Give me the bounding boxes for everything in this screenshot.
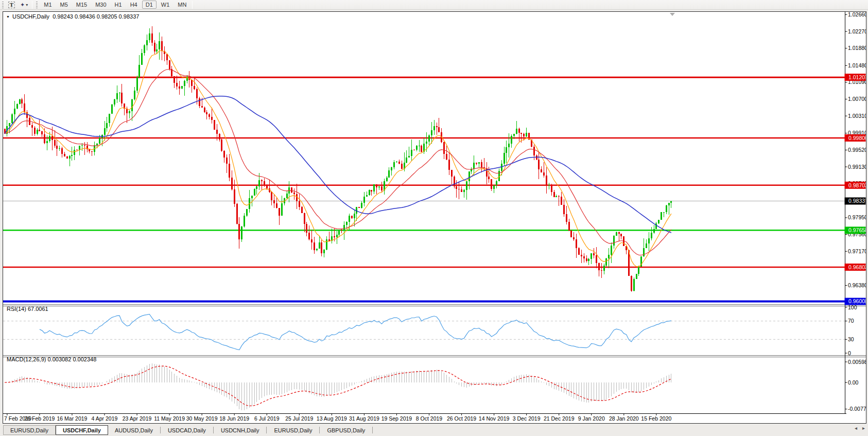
price-tag-0.96803: 0.96803 [845,264,866,271]
date-tick-label: 26 Oct 2019 [447,415,476,422]
window-menu-icon[interactable]: ▼ [6,15,10,19]
svg-text:0.97658: 0.97658 [848,227,866,233]
date-tick-label: 19 Sep 2019 [381,415,412,422]
toolbar-separator [192,1,193,9]
svg-text:30: 30 [848,336,854,342]
date-tick-label: 3 Dec 2019 [513,415,541,422]
svg-text:0.99520: 0.99520 [848,147,866,153]
tab-separator [319,427,320,433]
svg-text:1.00700: 1.00700 [848,96,866,102]
objects-icon: ✦ [20,2,25,8]
date-tick-label: 26 Feb 2019 [24,415,55,422]
timeframe-button-M5[interactable]: M5 [57,1,72,9]
chart-title: ▼ USDCHF,Daily 0.98243 0.98436 0.98205 0… [6,13,139,20]
text-tool-icon: T [8,2,15,8]
chart-title-text: USDCHF,Daily 0.98243 0.98436 0.98205 0.9… [12,13,139,20]
text-tool-button[interactable]: T [6,1,18,9]
date-tick-label: 16 Mar 2019 [57,415,87,422]
rsi-panel [3,314,845,350]
timeframe-button-H4[interactable]: H4 [127,1,141,9]
chart-canvas[interactable]: 1.026601.022701.018801.014801.010901.007… [3,12,866,423]
date-tick-label: 30 May 2019 [186,415,218,422]
mt4-terminal: T ✦ ▾ M1M5M15M30H1H4D1W1MN 1.026601.0227… [0,0,868,436]
date-tick-label: 21 Dec 2019 [544,415,575,422]
svg-text:1.00310: 1.00310 [848,113,866,119]
timeframe-button-M30[interactable]: M30 [92,1,110,9]
rsi-indicator-label: RSI(14) 67.0061 [7,306,48,312]
timeframe-button-D1[interactable]: D1 [142,1,157,9]
date-tick-label: 18 Jun 2019 [219,415,249,422]
timeframe-button-M15[interactable]: M15 [73,1,91,9]
price-tag-1.01207: 1.01207 [845,74,866,81]
price-tag-0.97658: 0.97658 [845,226,866,234]
svg-text:-0.007737: -0.007737 [848,406,866,412]
tab-scroll-right-icon[interactable]: ▸ [862,425,865,431]
toolbar-separator [32,1,32,9]
panel-borders [3,12,866,413]
timeframe-button-MN[interactable]: MN [174,1,190,9]
date-tick-label: 15 Feb 2020 [641,415,671,422]
date-tick-label: 4 Apr 2019 [92,415,118,422]
svg-text:1.02270: 1.02270 [848,28,866,34]
tab-separator [372,427,373,433]
date-tick-label: 8 Oct 2019 [416,415,443,422]
price-tag-0.98703: 0.98703 [845,182,866,189]
svg-text:0.99130: 0.99130 [848,164,866,170]
svg-text:0.96008: 0.96008 [848,298,866,304]
chart-tab-eurusd-daily[interactable]: EURUSD,Daily [3,425,56,435]
timeframe-button-H1[interactable]: H1 [111,1,126,9]
rsi-line [40,314,671,350]
date-tick-label: 11 May 2019 [154,415,185,422]
toolbar-drag-handle[interactable] [36,2,38,8]
chart-tab-bar: EURUSD,DailyUSDCHF,DailyAUDUSD,DailyUSDC… [0,424,868,436]
timeframe-button-M1[interactable]: M1 [40,1,55,9]
chart-window[interactable]: 1.026601.022701.018801.014801.010901.007… [3,11,866,424]
macd-histogram [5,363,671,410]
tab-separator [213,427,214,433]
candlestick-series [4,26,672,292]
date-tick-label: 23 Apr 2019 [123,415,152,422]
tab-scroll-buttons: ◂ ▸ [855,425,865,431]
price-tag-0.99800: 0.99800 [845,134,866,142]
svg-text:1.01207: 1.01207 [848,74,866,80]
chart-tab-usdcnh-daily[interactable]: USDCNH,Daily [214,425,266,435]
svg-text:0.98703: 0.98703 [848,182,866,188]
chart-tab-audusd-daily[interactable]: AUDUSD,Daily [108,425,160,435]
macd-indicator-label: MACD(12,26,9) 0.003082 0.002348 [7,356,96,362]
chart-tab-eurusd-daily[interactable]: EURUSD,Daily [267,425,319,435]
toolbar-drag-handle[interactable] [2,2,4,8]
svg-text:0.97950: 0.97950 [848,214,866,220]
svg-text:1.01880: 1.01880 [848,45,866,51]
svg-text:0.96380: 0.96380 [848,282,866,288]
date-tick-label: 31 Aug 2019 [349,415,379,422]
date-tick-label: 6 Jul 2019 [254,415,280,422]
svg-text:0.00: 0.00 [848,379,859,386]
date-tick-label: 13 Aug 2019 [317,415,347,422]
date-tick-label: 9 Jan 2020 [578,415,605,422]
macd-axis: 0.0059860.00-0.007737 [845,359,866,412]
svg-text:1.01480: 1.01480 [848,62,866,68]
date-tick-label: 14 Nov 2019 [479,415,510,422]
svg-text:0.96803: 0.96803 [848,264,866,270]
svg-text:0: 0 [848,350,851,356]
date-tick-label: 28 Jan 2020 [609,415,639,422]
toolbar: T ✦ ▾ M1M5M15M30H1H4D1W1MN [0,0,868,10]
svg-text:0.005986: 0.005986 [848,359,866,365]
chevron-down-icon: ▾ [26,3,28,7]
svg-text:70: 70 [848,318,854,324]
date-tick-label: 25 Jul 2019 [285,415,313,422]
objects-dropdown-button[interactable]: ✦ ▾ [18,1,30,9]
tab-scroll-left-icon[interactable]: ◂ [855,425,857,431]
timeframe-button-W1[interactable]: W1 [158,1,173,9]
svg-text:0.98337: 0.98337 [848,198,866,204]
chart-tab-usdcad-daily[interactable]: USDCAD,Daily [161,425,213,435]
chart-tab-usdchf-daily[interactable]: USDCHF,Daily [56,425,108,435]
macd-panel [5,363,671,410]
rsi-axis: 10070300 [845,304,857,356]
price-axis: 1.026601.022701.018801.014801.010901.007… [845,12,866,288]
tab-separator [160,427,161,433]
chart-shift-marker [670,13,675,16]
svg-text:0.97170: 0.97170 [848,248,866,254]
ema-21-line [5,69,671,255]
chart-tab-gbpusd-daily[interactable]: GBPUSD,Daily [320,425,372,435]
